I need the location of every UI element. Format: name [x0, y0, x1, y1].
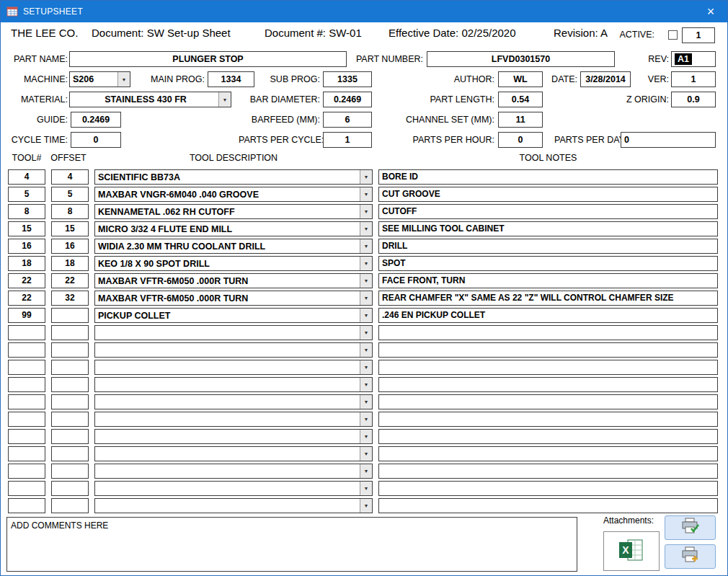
- tool-notes-field[interactable]: CUT GROOVE: [378, 187, 718, 202]
- tool-notes-field[interactable]: [378, 360, 718, 375]
- tool-offset-field[interactable]: [51, 394, 89, 409]
- tool-description-dropdown[interactable]: ▼: [94, 429, 373, 444]
- chevron-down-icon[interactable]: ▼: [360, 222, 372, 236]
- chevron-down-icon[interactable]: ▼: [360, 274, 372, 288]
- tool-offset-field[interactable]: [51, 412, 89, 427]
- tool-number-field[interactable]: [8, 325, 45, 340]
- tool-notes-field[interactable]: [378, 394, 718, 409]
- tool-notes-field[interactable]: [378, 429, 718, 444]
- tool-notes-field[interactable]: .246 EN PICKUP COLLET: [378, 308, 718, 323]
- chevron-down-icon[interactable]: ▼: [360, 360, 372, 374]
- tool-description-dropdown[interactable]: KEO 1/8 X 90 SPOT DRILL ▼: [94, 256, 373, 271]
- tool-notes-field[interactable]: REAR CHAMFER "X" SAME AS 22 "Z" WILL CON…: [378, 291, 718, 306]
- chevron-down-icon[interactable]: ▼: [360, 170, 372, 184]
- tool-number-field[interactable]: [8, 394, 45, 409]
- tool-notes-field[interactable]: DRILL: [378, 239, 718, 254]
- tool-notes-field[interactable]: [378, 325, 718, 340]
- chevron-down-icon[interactable]: ▼: [360, 205, 372, 218]
- tool-offset-field[interactable]: 8: [51, 204, 89, 219]
- chevron-down-icon[interactable]: ▼: [360, 430, 372, 443]
- tool-offset-field[interactable]: [51, 342, 89, 358]
- tool-number-field[interactable]: 22: [8, 291, 45, 306]
- rev-field[interactable]: A1: [671, 51, 716, 67]
- tool-description-dropdown[interactable]: ▼: [94, 446, 373, 461]
- excel-attachment-button[interactable]: X: [603, 531, 660, 571]
- z-origin-field[interactable]: 0.9: [671, 92, 716, 107]
- sub-prog-field[interactable]: 1335: [323, 71, 372, 87]
- tool-description-dropdown[interactable]: WIDIA 2.30 MM THRU COOLANT DRILL ▼: [94, 239, 373, 254]
- tool-description-dropdown[interactable]: ▼: [94, 377, 373, 392]
- parts-per-hour-field[interactable]: 0: [498, 132, 543, 148]
- tool-notes-field[interactable]: [378, 446, 718, 461]
- tool-notes-field[interactable]: SEE MILLING TOOL CABINET: [378, 221, 718, 236]
- tool-notes-field[interactable]: BORE ID: [378, 169, 718, 185]
- tool-offset-field[interactable]: [51, 498, 89, 513]
- tool-description-dropdown[interactable]: MAXBAR VNGR-6M040 .040 GROOVE ▼: [94, 187, 373, 202]
- tool-offset-field[interactable]: [51, 429, 89, 444]
- tool-number-field[interactable]: [8, 412, 45, 427]
- tool-description-dropdown[interactable]: ▼: [94, 481, 373, 496]
- tool-number-field[interactable]: 5: [8, 187, 45, 202]
- chevron-down-icon[interactable]: ▼: [360, 326, 372, 340]
- parts-per-cycle-field[interactable]: 1: [323, 132, 372, 148]
- tool-offset-field[interactable]: 4: [51, 169, 89, 185]
- tool-number-field[interactable]: [8, 464, 45, 479]
- tool-number-field[interactable]: 99: [8, 308, 45, 323]
- main-prog-field[interactable]: 1334: [208, 71, 254, 87]
- print-record-button[interactable]: [665, 515, 716, 540]
- chevron-down-icon[interactable]: ▼: [360, 378, 372, 391]
- tool-offset-field[interactable]: 5: [51, 187, 89, 202]
- tool-number-field[interactable]: [8, 446, 45, 461]
- tool-number-field[interactable]: 18: [8, 256, 45, 271]
- chevron-down-icon[interactable]: ▼: [360, 447, 372, 461]
- tool-offset-field[interactable]: 22: [51, 273, 89, 288]
- tool-number-field[interactable]: [8, 377, 45, 392]
- tool-description-dropdown[interactable]: ▼: [94, 325, 373, 340]
- tool-description-dropdown[interactable]: MAXBAR VFTR-6M050 .000R TURN ▼: [94, 273, 373, 288]
- tool-number-field[interactable]: [8, 342, 45, 358]
- chevron-down-icon[interactable]: ▼: [117, 72, 130, 87]
- tool-description-dropdown[interactable]: MICRO 3/32 4 FLUTE END MILL ▼: [94, 221, 373, 236]
- tool-description-dropdown[interactable]: SCIENTIFIC BB73A ▼: [94, 169, 373, 185]
- print-blank-button[interactable]: [665, 544, 716, 569]
- tool-description-dropdown[interactable]: ▼: [94, 412, 373, 427]
- active-value-field[interactable]: 1: [682, 27, 715, 43]
- tool-number-field[interactable]: 4: [8, 169, 45, 185]
- material-dropdown[interactable]: STAINLESS 430 FR ▼: [69, 92, 231, 107]
- tool-offset-field[interactable]: 32: [51, 291, 89, 306]
- tool-offset-field[interactable]: [51, 325, 89, 340]
- chevron-down-icon[interactable]: ▼: [360, 482, 372, 495]
- chevron-down-icon[interactable]: ▼: [360, 395, 372, 409]
- tool-number-field[interactable]: 15: [8, 221, 45, 236]
- chevron-down-icon[interactable]: ▼: [360, 309, 372, 322]
- close-button[interactable]: ×: [694, 1, 727, 22]
- cycle-time-field[interactable]: 0: [71, 132, 121, 148]
- tool-notes-field[interactable]: [378, 498, 718, 513]
- chevron-down-icon[interactable]: ▼: [360, 464, 372, 478]
- tool-description-dropdown[interactable]: ▼: [94, 360, 373, 375]
- tool-notes-field[interactable]: [378, 464, 718, 479]
- chevron-down-icon[interactable]: ▼: [360, 499, 372, 513]
- tool-description-dropdown[interactable]: MAXBAR VFTR-6M050 .000R TURN ▼: [94, 291, 373, 306]
- author-field[interactable]: WL: [498, 71, 543, 87]
- date-field[interactable]: 3/28/2014: [580, 71, 631, 87]
- tool-offset-field[interactable]: [51, 377, 89, 392]
- tool-description-dropdown[interactable]: ▼: [94, 342, 373, 358]
- barfeed-field[interactable]: 6: [323, 112, 372, 128]
- tool-notes-field[interactable]: FACE FRONT, TURN: [378, 273, 718, 288]
- chevron-down-icon[interactable]: ▼: [360, 291, 372, 305]
- tool-number-field[interactable]: [8, 360, 45, 375]
- tool-offset-field[interactable]: [51, 446, 89, 461]
- part-number-field[interactable]: LFVD0301570: [427, 51, 615, 67]
- tool-offset-field[interactable]: [51, 481, 89, 496]
- tool-number-field[interactable]: [8, 429, 45, 444]
- bar-diameter-field[interactable]: 0.2469: [323, 92, 372, 107]
- tool-description-dropdown[interactable]: ▼: [94, 464, 373, 479]
- channel-set-field[interactable]: 11: [498, 112, 543, 128]
- tool-description-dropdown[interactable]: PICKUP COLLET ▼: [94, 308, 373, 323]
- tool-offset-field[interactable]: [51, 464, 89, 479]
- tool-description-dropdown[interactable]: ▼: [94, 498, 373, 513]
- tool-notes-field[interactable]: CUTOFF: [378, 204, 718, 219]
- tool-notes-field[interactable]: [378, 412, 718, 427]
- tool-offset-field[interactable]: [51, 360, 89, 375]
